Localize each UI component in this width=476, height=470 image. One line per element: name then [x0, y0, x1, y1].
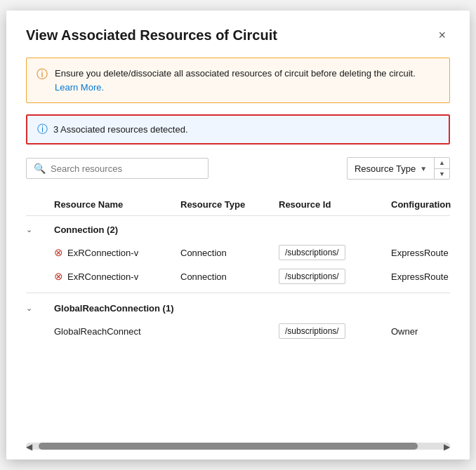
config-cell-3: Owner	[391, 326, 475, 337]
group-chevron-connection[interactable]: ⌄	[26, 225, 54, 234]
scrollbar-area: ◀ ▶	[26, 434, 450, 448]
table-row: GlobalReachConnect /subscriptions/ Owner	[26, 319, 450, 343]
group-row-globalreach: ⌄ GlobalReachConnection (1)	[26, 297, 450, 319]
group-chevron-globalreach[interactable]: ⌄	[26, 304, 54, 313]
resource-id-cell-2: /subscriptions/	[279, 269, 391, 284]
info-banner: ⓘ Ensure you delete/dissociate all assoc…	[26, 58, 450, 103]
col-resource-type: Resource Type	[180, 199, 279, 210]
search-icon: 🔍	[34, 163, 46, 174]
chevron-down-icon: ▼	[420, 165, 427, 173]
resource-name-text-1: ExRConnection-v	[67, 248, 138, 258]
detected-bar: ⓘ 3 Associated resources detected.	[26, 114, 450, 145]
resource-id-cell-1: /subscriptions/	[279, 245, 391, 260]
scrollbar-thumb[interactable]	[39, 443, 418, 450]
resource-name-cell-2: ⊗ ExRConnection-v	[54, 270, 180, 283]
col-chevron	[26, 199, 54, 210]
learn-more-link[interactable]: Learn More.	[55, 82, 104, 93]
table-header: Resource Name Resource Type Resource Id …	[26, 194, 450, 216]
resource-name-cell-1: ⊗ ExRConnection-v	[54, 246, 180, 259]
close-button[interactable]: ×	[434, 27, 450, 43]
dialog-header: View Associated Resources of Circuit ×	[26, 27, 450, 43]
search-box: 🔍	[26, 158, 209, 179]
dialog: View Associated Resources of Circuit × ⓘ…	[6, 11, 470, 459]
resource-id-cell-3: /subscriptions/	[279, 323, 391, 339]
resource-id-badge-3: /subscriptions/	[279, 323, 345, 339]
table-row: ⊗ ExRConnection-v Connection /subscripti…	[26, 264, 450, 288]
sort-label-text: Resource Type	[355, 163, 416, 174]
scroll-right-button[interactable]: ▶	[444, 442, 450, 452]
search-input[interactable]	[51, 163, 201, 174]
resource-name-text-3: GlobalReachConnect	[54, 326, 141, 337]
sort-up-button[interactable]: ▲	[435, 158, 449, 169]
resource-type-cell-1: Connection	[180, 248, 279, 258]
group-row-connection: ⌄ Connection (2)	[26, 219, 450, 241]
resource-type-cell-2: Connection	[180, 271, 279, 282]
sort-down-button[interactable]: ▼	[435, 169, 449, 180]
resource-id-badge-2: /subscriptions/	[279, 269, 345, 284]
detected-text: 3 Associated resources detected.	[53, 124, 188, 135]
sort-control: Resource Type ▼ ▲ ▼	[347, 157, 450, 180]
detected-icon: ⓘ	[37, 123, 48, 136]
table-row: ⊗ ExRConnection-v Connection /subscripti…	[26, 241, 450, 264]
sort-arrows: ▲ ▼	[435, 158, 449, 179]
row-icon-2: ⊗	[54, 270, 63, 283]
divider	[26, 293, 450, 293]
col-resource-name: Resource Name	[54, 199, 180, 210]
group-label-connection: Connection (2)	[54, 224, 450, 235]
resource-name-text-2: ExRConnection-v	[67, 271, 138, 282]
resource-id-badge-1: /subscriptions/	[279, 245, 345, 260]
col-configuration: Configuration	[391, 199, 475, 210]
row-icon-1: ⊗	[54, 246, 63, 259]
info-icon: ⓘ	[37, 67, 48, 82]
group-label-globalreach: GlobalReachConnection (1)	[54, 303, 450, 314]
resource-name-cell-3: GlobalReachConnect	[54, 326, 180, 337]
dialog-title: View Associated Resources of Circuit	[26, 27, 277, 43]
banner-text-content: Ensure you delete/dissociate all associa…	[55, 68, 416, 79]
config-cell-2: ExpressRoute	[391, 271, 475, 282]
config-cell-1: ExpressRoute	[391, 248, 475, 258]
col-resource-id: Resource Id	[279, 199, 391, 210]
toolbar: 🔍 Resource Type ▼ ▲ ▼	[26, 157, 450, 180]
scroll-left-button[interactable]: ◀	[26, 442, 32, 452]
banner-text: Ensure you delete/dissociate all associa…	[55, 67, 439, 94]
scrollbar-track[interactable]: ◀ ▶	[26, 443, 450, 450]
sort-label[interactable]: Resource Type ▼	[348, 158, 435, 179]
